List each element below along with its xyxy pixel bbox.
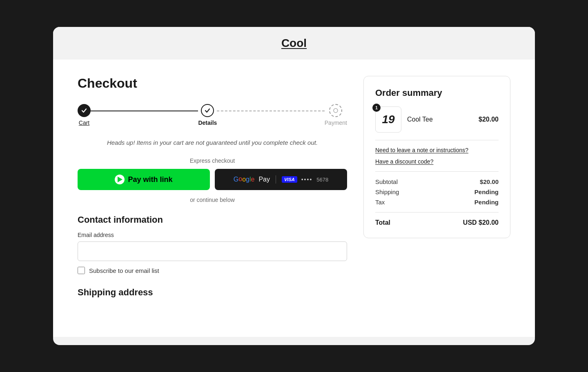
email-input[interactable] xyxy=(78,241,347,261)
or-continue-label: or continue below xyxy=(78,197,347,203)
checkout-window: Cool Checkout Cart xyxy=(53,27,535,345)
step-payment-circle xyxy=(329,104,342,117)
tax-value: Pending xyxy=(474,199,499,206)
main-content: Checkout Cart xyxy=(53,60,535,337)
step-payment: Payment xyxy=(325,104,347,126)
subtotal-row: Subtotal $20.00 xyxy=(375,178,499,185)
gpay-button[interactable]: Google Pay VISA •••• 5678 xyxy=(215,169,347,190)
step-line-1 xyxy=(91,111,198,111)
pay-link-text: Pay with link xyxy=(128,175,172,184)
checkmark-icon-2 xyxy=(204,107,211,114)
contact-section-title: Contact information xyxy=(78,215,347,225)
card-dots: •••• xyxy=(301,176,313,183)
step-details-circle xyxy=(201,104,214,117)
tax-row: Tax Pending xyxy=(375,199,499,206)
total-value: USD $20.00 xyxy=(463,219,499,226)
subscribe-checkbox[interactable] xyxy=(78,267,85,274)
step-payment-label: Payment xyxy=(325,120,347,126)
page-title: Checkout xyxy=(78,76,347,91)
circle-icon xyxy=(332,107,339,114)
shipping-label: Shipping xyxy=(375,188,399,195)
product-image: 1 19 xyxy=(375,106,401,133)
step-cart[interactable]: Cart xyxy=(78,104,91,126)
svg-point-0 xyxy=(334,108,338,113)
order-summary-card: Order summary 1 19 Cool Tee $20.00 Need … xyxy=(363,76,510,238)
total-row: Total USD $20.00 xyxy=(375,219,499,226)
shipping-section-title: Shipping address xyxy=(78,287,347,298)
product-row: 1 19 Cool Tee $20.00 xyxy=(375,106,499,133)
cart-alert: Heads up! Items in your cart are not gua… xyxy=(78,139,347,146)
order-summary-title: Order summary xyxy=(375,88,499,98)
divider-1 xyxy=(375,140,499,140)
card-last-digits: 5678 xyxy=(316,177,328,183)
total-label: Total xyxy=(375,219,390,226)
store-title[interactable]: Cool xyxy=(281,37,307,49)
product-name: Cool Tee xyxy=(407,116,473,123)
step-line-2 xyxy=(217,111,324,111)
g-pay-logo: Google xyxy=(234,176,255,183)
subscribe-label: Subscribe to our email list xyxy=(89,267,159,274)
price-rows: Subtotal $20.00 Shipping Pending Tax Pen… xyxy=(375,178,499,206)
progress-stepper: Cart Details xyxy=(78,104,347,126)
product-price: $20.00 xyxy=(479,116,499,123)
left-panel: Checkout Cart xyxy=(78,76,347,321)
total-currency: USD xyxy=(463,219,477,226)
shipping-value: Pending xyxy=(474,188,499,195)
subtotal-label: Subtotal xyxy=(375,178,398,185)
subtotal-value: $20.00 xyxy=(480,178,499,185)
total-amount: $20.00 xyxy=(479,219,499,226)
checkmark-icon xyxy=(81,107,87,114)
product-quantity-badge: 1 xyxy=(372,104,381,112)
discount-link[interactable]: Have a discount code? xyxy=(375,158,499,165)
step-details: Details xyxy=(198,104,217,126)
subscribe-row: Subscribe to our email list xyxy=(78,267,347,274)
email-label: Email address xyxy=(78,232,347,238)
note-link[interactable]: Need to leave a note or instructions? xyxy=(375,147,499,153)
gpay-text: Pay xyxy=(258,176,270,183)
step-details-label: Details xyxy=(198,120,217,126)
tax-label: Tax xyxy=(375,199,385,206)
step-cart-circle xyxy=(78,104,91,117)
express-checkout-buttons: Pay with link Google Pay VISA •••• 5678 xyxy=(78,169,347,190)
right-panel: Order summary 1 19 Cool Tee $20.00 Need … xyxy=(363,76,510,321)
shipping-row: Shipping Pending xyxy=(375,188,499,195)
divider-2 xyxy=(375,171,499,172)
pay-with-link-button[interactable]: Pay with link xyxy=(78,169,210,190)
divider-line xyxy=(276,175,276,184)
link-icon xyxy=(115,175,125,184)
visa-badge: VISA xyxy=(282,176,297,183)
step-cart-label: Cart xyxy=(79,120,89,126)
header: Cool xyxy=(53,27,535,60)
divider-3 xyxy=(375,212,499,213)
link-arrow-icon xyxy=(118,177,122,182)
express-checkout-label: Express checkout xyxy=(78,157,347,164)
